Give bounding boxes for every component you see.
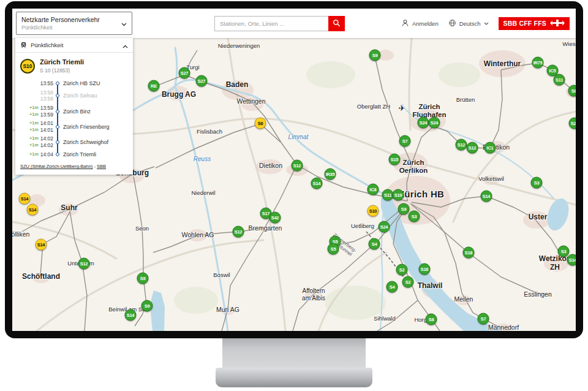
layer-dropdown-title: Netzkarte Personenverkehr	[21, 16, 121, 23]
train-position-badge[interactable]: S24	[379, 221, 390, 233]
train-position-badge[interactable]: S14	[19, 193, 31, 205]
train-icon	[20, 40, 27, 51]
stop-name: Zürich Friesenberg	[62, 124, 128, 130]
chevron-up-icon[interactable]	[123, 40, 128, 51]
train-position-badge[interactable]: IR75	[532, 57, 544, 69]
layer-dropdown[interactable]: Netzkarte Personenverkehr Pünktlichkeit	[16, 12, 132, 35]
globe-icon	[448, 19, 456, 28]
search-bar	[214, 16, 345, 31]
language-label: Deutsch	[459, 20, 481, 27]
train-position-badge[interactable]: S27	[196, 75, 208, 87]
train-position-badge[interactable]: IC8	[368, 184, 379, 196]
train-position-badge[interactable]: S14	[36, 239, 47, 251]
stop-name: Zürich HB SZU	[62, 80, 128, 86]
train-position-badge[interactable]: S3	[531, 177, 543, 189]
stop-dot-icon	[56, 140, 59, 144]
train-position-badge[interactable]: S18	[463, 247, 475, 259]
stop-dot-icon	[56, 110, 59, 113]
sbb-logo-text: SBB CFF FFS	[503, 20, 546, 27]
train-position-badge[interactable]: RE	[148, 80, 160, 92]
train-position-badge[interactable]: S7	[478, 313, 489, 325]
screen: NiederweningenTurgiBadenBrugg AGWettinge…	[12, 9, 576, 331]
train-position-badge[interactable]: S3	[409, 211, 420, 222]
train-position-badge[interactable]: S9	[137, 273, 149, 284]
train-position-badge[interactable]: S14	[481, 191, 492, 202]
sbb-link[interactable]: SBB	[97, 164, 106, 169]
stop-dot-icon	[56, 125, 59, 129]
stop-list: 13:55Zürich HB SZU13:5613:58Zürich Selna…	[15, 76, 133, 160]
stop-name: Zürich Binz	[62, 108, 128, 115]
chevron-down-icon	[484, 22, 489, 25]
login-button[interactable]: Anmelden	[401, 19, 439, 28]
train-line-info: S 10 (12853)	[40, 67, 84, 74]
panel-title: Pünktlichkeit	[31, 42, 119, 48]
train-position-badge[interactable]: S6	[255, 118, 266, 129]
train-position-badge[interactable]: S12	[233, 226, 244, 238]
stop-name: Zürich Schweighof	[62, 139, 128, 145]
train-position-badge[interactable]: S12	[456, 139, 467, 151]
monitor-stand-neck	[222, 338, 366, 368]
train-position-badge[interactable]: S14	[27, 204, 39, 216]
monitor-stand-base	[216, 368, 372, 387]
stop-dot-icon	[56, 153, 59, 156]
train-position-badge[interactable]: S7	[399, 135, 411, 147]
train-position-badge[interactable]: S2	[396, 264, 408, 276]
train-position-badge[interactable]: IR35	[325, 169, 336, 180]
train-position-badge[interactable]: S14	[567, 254, 576, 266]
language-selector[interactable]: Deutsch	[448, 19, 489, 28]
operator-link[interactable]: SZU (Sihltal-Zürich-Uetliberg-Bahn)	[20, 164, 92, 169]
chevron-down-icon	[121, 18, 127, 29]
train-position-badge[interactable]: S19	[393, 189, 404, 201]
search-button[interactable]	[328, 16, 345, 31]
train-position-badge[interactable]: S4	[369, 238, 380, 250]
stop-row: +1m14:02+1m14:02Zürich Schweighof	[20, 134, 128, 150]
train-position-badge[interactable]: S8	[568, 85, 576, 97]
train-position-badge[interactable]: S42	[270, 212, 281, 224]
train-position-badge[interactable]: S9	[398, 203, 410, 215]
train-position-badge[interactable]: S4	[386, 281, 398, 293]
train-line-badge: S10	[20, 59, 35, 74]
search-input[interactable]	[214, 16, 328, 31]
user-icon	[401, 19, 409, 28]
train-position-badge[interactable]: S12	[78, 258, 90, 270]
train-position-badge[interactable]: S2	[402, 276, 414, 288]
train-position-badge[interactable]: S12	[467, 142, 478, 154]
monitor-bezel: NiederweningenTurgiBadenBrugg AGWettinge…	[5, 1, 583, 338]
search-icon	[333, 19, 341, 29]
train-position-badge[interactable]: S10	[368, 205, 379, 217]
train-position-badge[interactable]: S24	[429, 117, 440, 129]
train-position-badge[interactable]: S27	[179, 67, 190, 79]
train-summary: S10 Zürich Triemli S 10 (12853)	[15, 53, 133, 76]
train-position-badge[interactable]: S16	[419, 264, 431, 275]
stop-dot-icon	[56, 94, 59, 97]
train-position-badge[interactable]: S8	[426, 314, 437, 325]
train-position-badge[interactable]: S14	[125, 309, 137, 321]
train-position-badge[interactable]: S14	[311, 178, 323, 189]
login-label: Anmelden	[412, 20, 439, 27]
train-position-badge[interactable]: S3	[558, 246, 570, 257]
stop-name: Zürich Triemli	[62, 151, 128, 158]
stop-dot-icon	[56, 82, 59, 85]
panel-footer: SZU (Sihltal-Zürich-Uetliberg-Bahn) - SB…	[15, 160, 133, 175]
train-position-badge[interactable]: S9	[141, 300, 153, 312]
train-position-badge[interactable]: S15	[389, 154, 401, 165]
train-position-badge[interactable]: IC1	[484, 142, 496, 154]
header: Netzkarte Personenverkehr Pünktlichkeit	[12, 9, 576, 38]
layer-dropdown-subtitle: Pünktlichkeit	[21, 25, 121, 31]
train-position-badge[interactable]: S26	[569, 118, 576, 129]
train-position-badge[interactable]: S5	[328, 243, 339, 255]
sbb-double-arrow-icon	[550, 20, 565, 28]
stop-row: 13:5613:58Zürich Selnau	[20, 88, 128, 104]
train-position-badge[interactable]: S12	[292, 160, 303, 172]
train-position-badge[interactable]: S9	[369, 50, 381, 61]
train-name: Zürich Triemli	[40, 58, 84, 66]
stop-row: 13:55Zürich HB SZU	[20, 79, 128, 88]
train-position-badge[interactable]: S24	[418, 117, 429, 129]
stop-row: +1m14:04Zürich Triemli	[20, 150, 128, 159]
train-position-badge[interactable]: S11	[554, 74, 565, 86]
stop-row: +1m14:01+1m14:01Zürich Friesenberg	[20, 119, 128, 134]
punctuality-panel: Pünktlichkeit S10 Zürich Triemli S 10 (1…	[15, 38, 133, 175]
stop-row: +1m13:59+1m13:59Zürich Binz	[20, 104, 128, 119]
sbb-logo[interactable]: SBB CFF FFS	[499, 17, 570, 30]
panel-header[interactable]: Pünktlichkeit	[15, 38, 133, 53]
